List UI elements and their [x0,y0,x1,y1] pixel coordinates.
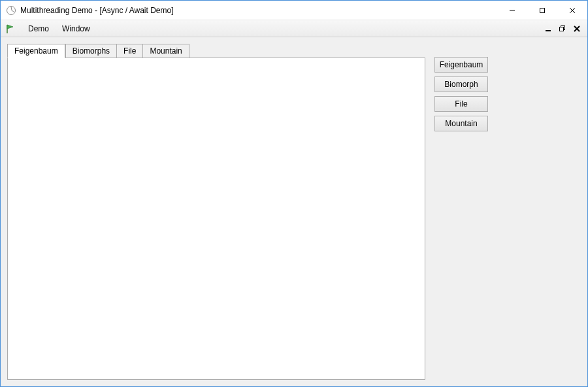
menu-demo[interactable]: Demo [22,22,56,35]
biomorph-button[interactable]: Biomorph [434,76,488,92]
menubar: Demo Window [1,20,587,37]
client-area: Feigenbaum Biomorphs File Mountain Feige… [1,37,587,386]
menu-window[interactable]: Window [56,22,97,35]
mdi-restore-icon[interactable] [557,24,568,34]
tab-control: Feigenbaum Biomorphs File Mountain [7,44,425,380]
titlebar: Multithreading Demo - [Async / Await Dem… [1,1,587,20]
app-icon [6,5,16,16]
tab-file[interactable]: File [117,44,143,58]
svg-rect-8 [560,27,564,31]
maximize-button[interactable] [527,1,557,20]
mdi-minimize-icon[interactable] [543,24,553,34]
minimize-button[interactable] [497,1,527,20]
tab-page [7,58,425,380]
main-window: Multithreading Demo - [Async / Await Dem… [0,0,588,387]
tab-feigenbaum[interactable]: Feigenbaum [7,44,65,58]
mountain-button[interactable]: Mountain [434,116,488,131]
svg-rect-2 [540,8,545,12]
window-title: Multithreading Demo - [Async / Await Dem… [20,6,497,15]
close-button[interactable] [557,1,587,20]
window-controls [497,1,587,20]
mdi-controls [543,24,587,34]
run-flag-icon[interactable] [5,23,16,35]
tab-biomorphs[interactable]: Biomorphs [65,44,117,58]
tab-strip: Feigenbaum Biomorphs File Mountain [7,44,425,58]
tab-mountain[interactable]: Mountain [143,44,189,58]
file-button[interactable]: File [434,96,488,112]
button-panel: Feigenbaum Biomorph File Mountain [434,44,581,380]
feigenbaum-button[interactable]: Feigenbaum [434,57,488,73]
mdi-close-icon[interactable] [572,24,582,34]
